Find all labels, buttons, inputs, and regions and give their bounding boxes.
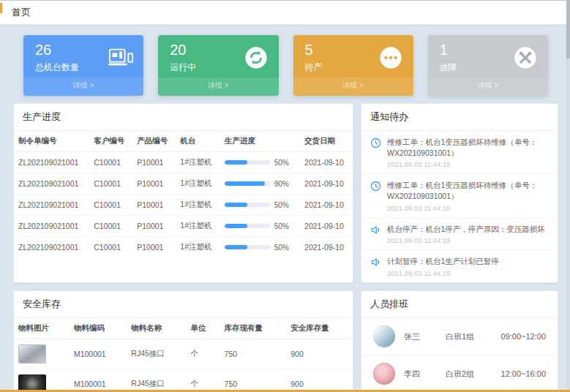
cell-order: ZL202109021001 bbox=[14, 237, 89, 258]
staff-row: 李四 白班2组 12:00~16:00 bbox=[361, 355, 558, 392]
stat-value: 20 bbox=[170, 42, 196, 58]
progress-value: 50% bbox=[274, 222, 289, 230]
panel-title: 安全库存 bbox=[14, 291, 353, 318]
progress-bar bbox=[225, 181, 270, 186]
column-header: 客户编号 bbox=[89, 131, 132, 152]
detail-link[interactable]: 详情 > bbox=[23, 78, 143, 96]
stat-card-waiting[interactable]: 5 待产 详情 > bbox=[293, 35, 413, 96]
stat-card-fault[interactable]: 1 故障 详情 > bbox=[428, 35, 548, 96]
speaker-icon bbox=[370, 256, 381, 277]
ellipsis-icon bbox=[378, 46, 403, 69]
notification-text: 维修工单：机台1变压器损坏待维修（单号：WX202109031001） bbox=[387, 137, 549, 158]
progress-bar bbox=[225, 203, 270, 207]
staff-schedule-panel: 人员排班 张三 白班1组 09:00~12:00 李四 白班2组 12:00~1… bbox=[361, 290, 558, 392]
cell-progress: 50% bbox=[220, 152, 300, 173]
progress-value: 50% bbox=[274, 201, 289, 209]
stat-card-body: 20 运行中 bbox=[158, 35, 278, 78]
scrollbar[interactable] bbox=[566, 0, 570, 390]
production-progress-panel: 生产进度 制令单编号 客户编号 产品编号 机台 生产进度 交货日期 ZL2021… bbox=[13, 103, 353, 283]
column-header: 库存现有量 bbox=[220, 318, 287, 339]
clock-icon bbox=[370, 180, 381, 211]
column-header: 机台 bbox=[176, 131, 220, 152]
progress-bar bbox=[225, 224, 270, 228]
cell-safety: 900 bbox=[286, 339, 353, 369]
notification-item[interactable]: 计划暂停：机台1生产计划已暂停 2021.09.03 11:44:15 bbox=[361, 250, 558, 282]
cell-product: P10001 bbox=[132, 237, 176, 258]
stat-label: 故障 bbox=[440, 61, 457, 74]
stat-value: 5 bbox=[305, 42, 323, 58]
clock-icon bbox=[370, 137, 381, 168]
cell-unit: 个 bbox=[186, 369, 220, 392]
cell-image bbox=[14, 369, 70, 392]
avatar bbox=[373, 325, 395, 347]
cell-customer: C10001 bbox=[89, 152, 132, 173]
stat-card-body: 5 待产 bbox=[293, 35, 413, 78]
cell-code: M100001 bbox=[70, 369, 127, 392]
cell-progress: 50% bbox=[220, 195, 300, 216]
machine-icon bbox=[108, 46, 133, 69]
cell-progress: 50% bbox=[220, 237, 300, 258]
column-header: 物料编码 bbox=[70, 318, 127, 339]
column-header: 生产进度 bbox=[220, 131, 300, 152]
panel-title: 人员排班 bbox=[361, 291, 558, 318]
cell-machine: 1#注塑机 bbox=[176, 152, 220, 173]
page-header: 首页 bbox=[0, 0, 570, 25]
notification-item[interactable]: 维修工单：机台1变压器损坏待维修（单号：WX202109031001） 2021… bbox=[361, 131, 558, 174]
table-row: ZL202109021001 C10001 P10001 1#注塑机 50% 2… bbox=[14, 216, 353, 237]
table-row: M100001 RJ45接口 个 750 900 bbox=[14, 339, 353, 369]
notification-time: 2021.09.03 11:44:15 bbox=[387, 204, 549, 212]
window-edge-left bbox=[0, 3, 2, 13]
cell-customer: C10001 bbox=[89, 216, 132, 237]
detail-link[interactable]: 详情 > bbox=[428, 78, 548, 96]
table-row: ZL202109021001 C10001 P10001 1#注塑机 50% 2… bbox=[14, 237, 353, 258]
tools-icon bbox=[513, 46, 538, 69]
cell-product: P10001 bbox=[132, 173, 176, 195]
table-header-row: 制令单编号 客户编号 产品编号 机台 生产进度 交货日期 bbox=[14, 131, 353, 152]
cell-machine: 1#注塑机 bbox=[176, 195, 220, 216]
column-header: 物料名称 bbox=[127, 318, 186, 339]
stat-card-total-machines[interactable]: 26 总机台数量 详情 > bbox=[23, 35, 143, 96]
stat-label: 运行中 bbox=[170, 61, 196, 74]
notification-time: 2021.09.03 11:44:15 bbox=[387, 160, 549, 168]
table-row: M100001 RJ45接口 个 750 900 bbox=[14, 369, 353, 392]
cell-code: M100001 bbox=[70, 339, 127, 369]
cell-image bbox=[14, 339, 70, 369]
cell-machine: 1#注塑机 bbox=[176, 237, 220, 258]
cell-order: ZL202109021001 bbox=[14, 216, 89, 237]
staff-shift: 白班1组 bbox=[446, 331, 492, 342]
detail-link[interactable]: 详情 > bbox=[293, 78, 413, 96]
stat-card-body: 1 故障 bbox=[428, 35, 548, 78]
cell-product: P10001 bbox=[132, 216, 176, 237]
cell-progress: 50% bbox=[220, 216, 300, 237]
cell-date: 2021-09-10 bbox=[300, 216, 353, 237]
stat-card-running[interactable]: 20 运行中 详情 > bbox=[158, 35, 278, 96]
cell-unit: 个 bbox=[186, 339, 220, 369]
cell-date: 2021-09-10 bbox=[300, 152, 353, 173]
detail-link[interactable]: 详情 > bbox=[158, 78, 278, 96]
dashboard-content: 26 总机台数量 详情 > 20 运行中 详情 > bbox=[0, 25, 570, 392]
progress-value: 50% bbox=[274, 244, 289, 252]
stat-cards-row: 26 总机台数量 详情 > 20 运行中 详情 > bbox=[12, 31, 560, 103]
cell-stock: 750 bbox=[220, 369, 287, 392]
cell-product: P10001 bbox=[132, 152, 176, 173]
notification-item[interactable]: 机台停产：机台1停产，停产原因：变压器损坏 2021.09.03 11:44:1… bbox=[361, 218, 558, 251]
table-header-row: 物料图片 物料编码 物料名称 单位 库存现有量 安全库存量 bbox=[14, 318, 353, 339]
table-row: ZL202109021001 C10001 P10001 1#注塑机 90% 2… bbox=[14, 173, 353, 195]
notification-item[interactable]: 维修工单：机台1变压器损坏待维修（单号：WX202109031001） 2021… bbox=[361, 174, 558, 217]
cell-product: P10001 bbox=[132, 195, 176, 216]
staff-name: 李四 bbox=[404, 369, 437, 380]
cell-order: ZL202109021001 bbox=[14, 173, 89, 195]
cell-customer: C10001 bbox=[89, 237, 132, 258]
cell-customer: C10001 bbox=[89, 195, 132, 216]
refresh-icon bbox=[244, 46, 269, 69]
panel-title: 通知待办 bbox=[361, 104, 558, 131]
scrollbar-thumb[interactable] bbox=[566, 0, 570, 59]
column-header: 交货日期 bbox=[300, 131, 353, 152]
cell-name: RJ45接口 bbox=[127, 339, 186, 369]
speaker-icon bbox=[370, 224, 381, 245]
stat-value: 1 bbox=[440, 42, 457, 58]
progress-value: 50% bbox=[274, 159, 289, 167]
cell-date: 2021-09-10 bbox=[300, 237, 353, 258]
table-row: ZL202109021001 C10001 P10001 1#注塑机 50% 2… bbox=[14, 152, 353, 173]
safety-stock-panel: 安全库存 物料图片 物料编码 物料名称 单位 库存现有量 安全库存量 M bbox=[13, 290, 353, 392]
